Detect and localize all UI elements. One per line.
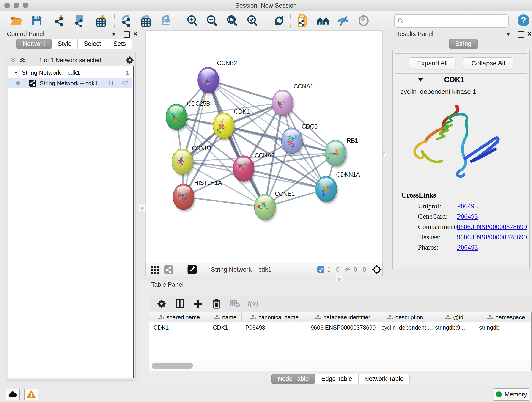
graph-node-label: CDC6: [302, 123, 317, 130]
collapse-gene-icon[interactable]: [418, 77, 423, 83]
crosslink-value[interactable]: P06493: [457, 202, 478, 210]
column-header-database-identifier[interactable]: database identifier: [307, 313, 378, 322]
zoom-in-icon[interactable]: [186, 14, 199, 27]
column-header-shared-name[interactable]: shared name: [149, 313, 209, 322]
graph-node-CCNA2[interactable]: [233, 156, 255, 183]
export-network-icon[interactable]: [120, 14, 133, 27]
close-results-icon[interactable]: ✕: [527, 31, 532, 37]
crosslink-value[interactable]: 9606.ENSP00000378699: [457, 223, 527, 230]
network-collection-row[interactable]: String Network – cdk1 1: [8, 67, 132, 78]
search-input[interactable]: [404, 16, 508, 26]
gene-description: cyclin–dependent kinase 1: [400, 88, 476, 95]
network-row-selected[interactable]: String Network – cdk1 11 48: [8, 78, 132, 89]
left-splitter-handle[interactable]: [139, 205, 145, 211]
delete-column-icon[interactable]: [210, 298, 222, 310]
float-panel-icon[interactable]: [124, 32, 130, 38]
collapse-results-icon[interactable]: ▾: [507, 31, 510, 37]
zoom-out-icon[interactable]: [205, 14, 219, 27]
collapse-all-button[interactable]: Collapse All: [463, 57, 513, 69]
tab-select[interactable]: Select: [78, 38, 107, 49]
export-table-icon[interactable]: [139, 14, 152, 27]
network-canvas[interactable]: CCNB2CCNA1CDC25BCDK1CDC6RB1CCNB1CCNA2CDK…: [146, 31, 383, 263]
search-box[interactable]: [394, 14, 509, 27]
hscrollbar-thumb[interactable]: [152, 363, 193, 369]
tab-edge-table[interactable]: Edge Table: [315, 374, 358, 384]
graph-node-CCNE1[interactable]: [254, 194, 277, 222]
import-network-icon[interactable]: [53, 14, 66, 27]
graph-node-label: CCNB2: [217, 60, 237, 66]
network-status-dot: [16, 81, 20, 85]
column-header-namespace[interactable]: namespace: [476, 313, 532, 322]
split-columns-icon[interactable]: [174, 298, 186, 310]
crosslink-value[interactable]: P06493: [457, 243, 478, 251]
network-selection-status: 1 of 1 Network selected: [5, 55, 135, 65]
graph-node-CDKN1A[interactable]: [316, 176, 338, 204]
crosslink-value[interactable]: P06493: [457, 212, 478, 220]
table-cell[interactable]: cyclin–dependent ...: [377, 322, 431, 332]
share-view-icon[interactable]: [164, 265, 174, 275]
tab-string[interactable]: String: [449, 38, 478, 49]
table-cell[interactable]: CDK1: [209, 322, 241, 332]
table-cell[interactable]: stringdb:9...: [431, 322, 475, 332]
crosslink-row: Compartments:9606.ENSP00000378699: [401, 223, 525, 233]
save-session-icon[interactable]: [30, 14, 44, 27]
table-cell[interactable]: 9606.ENSP00000378699: [307, 322, 377, 332]
column-label: description: [395, 314, 423, 321]
table-cell[interactable]: stringdb: [475, 322, 532, 332]
table-hscrollbar[interactable]: [149, 361, 530, 370]
add-column-icon[interactable]: [192, 298, 204, 310]
zoom-fit-icon[interactable]: [225, 14, 239, 27]
tab-sets[interactable]: Sets: [107, 38, 132, 49]
graph-node-RB1[interactable]: [325, 140, 347, 168]
share-document-icon[interactable]: [297, 14, 310, 27]
table-row[interactable]: CDK1CDK1P064939606.ENSP00000378699cyclin…: [149, 322, 531, 332]
import-table-icon[interactable]: [94, 14, 108, 27]
expand-all-button[interactable]: Expand All: [409, 57, 456, 69]
open-session-icon[interactable]: [10, 14, 23, 27]
collapse-panel-icon[interactable]: ▾: [112, 31, 115, 37]
crosslink-row: Uniprot:P06493: [401, 202, 525, 212]
grid-view-icon[interactable]: [151, 265, 160, 274]
network-options-gear-icon[interactable]: [125, 56, 134, 65]
tab-network-table[interactable]: Network Table: [358, 374, 410, 384]
control-panel: Control Panel ▾ ✕ NetworkStyleSelectSets…: [3, 31, 137, 381]
column-header-name[interactable]: name: [209, 313, 242, 322]
selected-checkbox-icon[interactable]: [317, 266, 324, 273]
birdseye-icon[interactable]: [372, 264, 382, 275]
graph-node-CDK1[interactable]: [213, 113, 235, 140]
expander-icon[interactable]: [13, 70, 19, 75]
float-results-icon[interactable]: [518, 32, 524, 38]
crosslink-value[interactable]: 9606.ENSP00000378699: [457, 233, 527, 241]
gene-header[interactable]: CDK1: [395, 74, 526, 86]
help-button[interactable]: ?: [517, 14, 530, 27]
column-label: database identifier: [323, 314, 370, 321]
network-view-toolbar: String Network – cdk1 1 - 0 0 - 0: [146, 263, 383, 276]
refresh-icon[interactable]: [273, 14, 286, 27]
tab-style[interactable]: Style: [51, 38, 78, 49]
network-label: String Network – cdk1: [40, 80, 98, 87]
graph-node-label: CDK1: [234, 108, 249, 115]
tab-node-table[interactable]: Node Table: [272, 374, 315, 384]
tab-network[interactable]: Network: [17, 38, 51, 49]
close-panel-icon[interactable]: ✕: [133, 31, 138, 37]
warnings-button[interactable]: [24, 389, 38, 400]
open-view-icon[interactable]: [187, 264, 197, 275]
cloud-button[interactable]: [6, 389, 20, 400]
column-header-description[interactable]: description: [378, 313, 432, 322]
home-network-icon[interactable]: [316, 14, 329, 27]
table-settings-icon[interactable]: [156, 298, 167, 310]
memory-button[interactable]: Memory: [494, 388, 529, 401]
graph-node-HIST1H1A[interactable]: [173, 184, 195, 211]
table-cell[interactable]: P06493: [241, 322, 307, 332]
right-splitter[interactable]: [388, 31, 388, 281]
column-header-at-id[interactable]: @id: [432, 313, 476, 322]
highlight-icon[interactable]: [357, 14, 370, 27]
hide-selection-icon[interactable]: [336, 14, 350, 27]
table-cell[interactable]: CDK1: [149, 322, 209, 332]
column-header-canonical-name[interactable]: canonical name: [242, 313, 307, 322]
search-icon: [397, 17, 404, 24]
zoom-selected-icon[interactable]: [246, 14, 259, 27]
export-image-icon[interactable]: [159, 14, 173, 27]
import-database-icon[interactable]: [73, 14, 86, 27]
graph-node-CCNB2[interactable]: [198, 67, 220, 95]
